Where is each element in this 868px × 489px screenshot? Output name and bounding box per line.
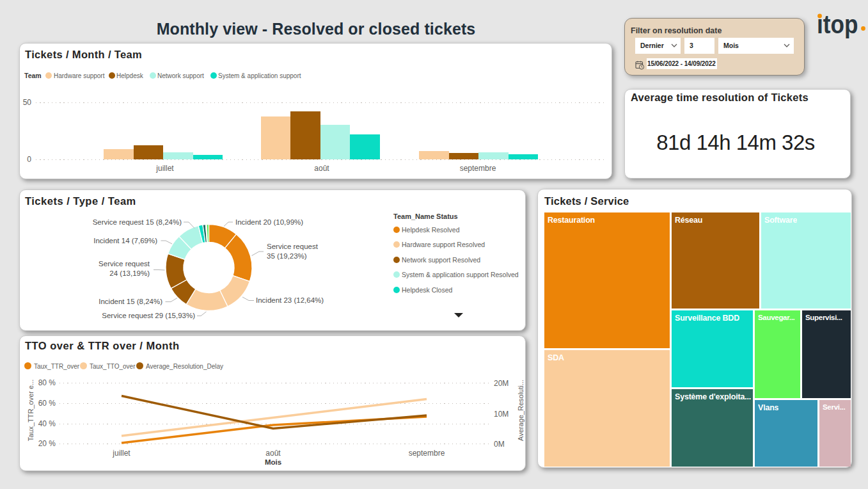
svg-text:ıtop: ıtop [817, 10, 858, 39]
